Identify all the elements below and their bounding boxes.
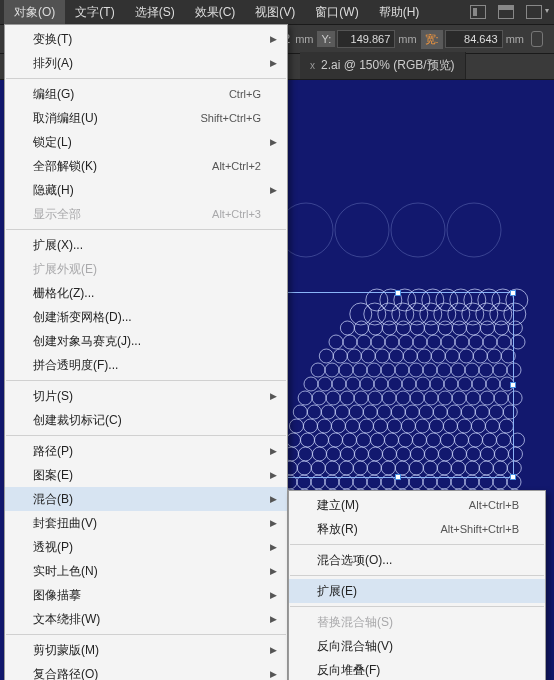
- document-tab[interactable]: x 2.ai @ 150% (RGB/预览): [300, 52, 466, 79]
- submenu-arrow-icon: ▶: [270, 491, 277, 507]
- svg-point-2: [335, 203, 389, 257]
- tab-title: 2.ai @ 150% (RGB/预览): [321, 57, 455, 74]
- submenu-arrow-icon: ▶: [270, 55, 277, 71]
- menu-item[interactable]: 创建对象马赛克(J)...: [5, 329, 287, 353]
- menu-help[interactable]: 帮助(H): [369, 0, 430, 25]
- menu-item[interactable]: 拼合透明度(F)...: [5, 353, 287, 377]
- submenu-item[interactable]: 建立(M)Alt+Ctrl+B: [289, 493, 545, 517]
- menu-item[interactable]: 图像描摹▶: [5, 583, 287, 607]
- submenu-arrow-icon: ▶: [270, 587, 277, 603]
- submenu-arrow-icon: ▶: [270, 388, 277, 404]
- menu-select[interactable]: 选择(S): [125, 0, 185, 25]
- object-menu-dropdown: 变换(T)▶排列(A)▶编组(G)Ctrl+G取消编组(U)Shift+Ctrl…: [4, 24, 288, 680]
- submenu-item[interactable]: 释放(R)Alt+Shift+Ctrl+B: [289, 517, 545, 541]
- y-label: Y:: [317, 31, 335, 47]
- selection-bounding-box[interactable]: [282, 292, 514, 478]
- menu-item[interactable]: 锁定(L)▶: [5, 130, 287, 154]
- menubar: 对象(O) 文字(T) 选择(S) 效果(C) 视图(V) 窗口(W) 帮助(H…: [0, 0, 554, 24]
- menu-item[interactable]: 混合(B)▶: [5, 487, 287, 511]
- blend-submenu: 建立(M)Alt+Ctrl+B释放(R)Alt+Shift+Ctrl+B混合选项…: [288, 490, 546, 680]
- menu-type[interactable]: 文字(T): [65, 0, 124, 25]
- layout-icon-2[interactable]: [498, 5, 514, 19]
- w-unit: mm: [506, 33, 524, 45]
- submenu-arrow-icon: ▶: [270, 443, 277, 459]
- y-unit: mm: [398, 33, 416, 45]
- menu-item[interactable]: 编组(G)Ctrl+G: [5, 82, 287, 106]
- menu-item[interactable]: 文本绕排(W)▶: [5, 607, 287, 631]
- handle-br[interactable]: [510, 474, 516, 480]
- menu-item[interactable]: 路径(P)▶: [5, 439, 287, 463]
- close-icon[interactable]: x: [310, 60, 315, 71]
- menu-item[interactable]: 创建渐变网格(D)...: [5, 305, 287, 329]
- submenu-arrow-icon: ▶: [270, 563, 277, 579]
- w-field: 宽: mm: [421, 30, 524, 49]
- menu-effect[interactable]: 效果(C): [185, 0, 246, 25]
- w-input[interactable]: [445, 30, 503, 48]
- menu-view[interactable]: 视图(V): [245, 0, 305, 25]
- submenu-arrow-icon: ▶: [270, 642, 277, 658]
- menu-item[interactable]: 图案(E)▶: [5, 463, 287, 487]
- submenu-arrow-icon: ▶: [270, 134, 277, 150]
- submenu-arrow-icon: ▶: [270, 666, 277, 680]
- handle-tr[interactable]: [510, 290, 516, 296]
- menu-item[interactable]: 复合路径(O)▶: [5, 662, 287, 680]
- menu-item[interactable]: 切片(S)▶: [5, 384, 287, 408]
- menu-item[interactable]: 剪切蒙版(M)▶: [5, 638, 287, 662]
- y-input[interactable]: [337, 30, 395, 48]
- submenu-arrow-icon: ▶: [270, 182, 277, 198]
- handle-tc[interactable]: [395, 290, 401, 296]
- w-label: 宽:: [421, 30, 443, 49]
- svg-point-4: [447, 203, 501, 257]
- menu-item[interactable]: 取消编组(U)Shift+Ctrl+G: [5, 106, 287, 130]
- menu-item[interactable]: 变换(T)▶: [5, 27, 287, 51]
- menu-item[interactable]: 封套扭曲(V)▶: [5, 511, 287, 535]
- menu-item[interactable]: 栅格化(Z)...: [5, 281, 287, 305]
- menu-object[interactable]: 对象(O): [4, 0, 65, 25]
- y-field: Y: mm: [317, 30, 416, 48]
- handle-bc[interactable]: [395, 474, 401, 480]
- submenu-arrow-icon: ▶: [270, 467, 277, 483]
- workspace-switcher-icon[interactable]: [526, 5, 542, 19]
- submenu-arrow-icon: ▶: [270, 539, 277, 555]
- submenu-item[interactable]: 反向混合轴(V): [289, 634, 545, 658]
- menubar-icons: [470, 5, 550, 19]
- menu-item[interactable]: 排列(A)▶: [5, 51, 287, 75]
- menu-item[interactable]: 扩展(X)...: [5, 233, 287, 257]
- link-wh-icon[interactable]: [531, 31, 543, 47]
- submenu-arrow-icon: ▶: [270, 611, 277, 627]
- menu-item[interactable]: 透视(P)▶: [5, 535, 287, 559]
- submenu-item[interactable]: 反向堆叠(F): [289, 658, 545, 680]
- menu-item[interactable]: 创建裁切标记(C): [5, 408, 287, 432]
- menu-item: 扩展外观(E): [5, 257, 287, 281]
- svg-point-3: [391, 203, 445, 257]
- menu-item[interactable]: 全部解锁(K)Alt+Ctrl+2: [5, 154, 287, 178]
- menu-item[interactable]: 隐藏(H)▶: [5, 178, 287, 202]
- handle-mr[interactable]: [510, 382, 516, 388]
- menu-item: 显示全部Alt+Ctrl+3: [5, 202, 287, 226]
- layout-icon-1[interactable]: [470, 5, 486, 19]
- submenu-item: 替换混合轴(S): [289, 610, 545, 634]
- submenu-item[interactable]: 混合选项(O)...: [289, 548, 545, 572]
- submenu-arrow-icon: ▶: [270, 31, 277, 47]
- x-unit: mm: [295, 33, 313, 45]
- submenu-item[interactable]: 扩展(E): [289, 579, 545, 603]
- menu-window[interactable]: 窗口(W): [305, 0, 368, 25]
- submenu-arrow-icon: ▶: [270, 515, 277, 531]
- menu-item[interactable]: 实时上色(N)▶: [5, 559, 287, 583]
